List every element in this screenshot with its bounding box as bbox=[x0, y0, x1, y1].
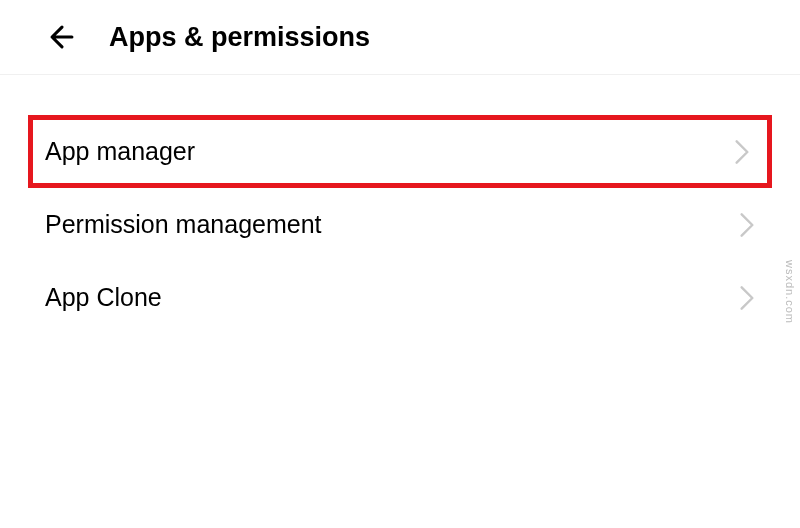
list-item-label: Permission management bbox=[45, 210, 322, 239]
list-item-app-manager[interactable]: App manager bbox=[28, 115, 772, 188]
list-item-app-clone[interactable]: App Clone bbox=[0, 261, 800, 334]
watermark: wsxdn.com bbox=[784, 260, 796, 324]
chevron-right-icon bbox=[734, 138, 750, 166]
chevron-right-icon bbox=[739, 284, 755, 312]
back-arrow-icon bbox=[45, 20, 79, 54]
page-title: Apps & permissions bbox=[109, 22, 370, 53]
list-item-permission-management[interactable]: Permission management bbox=[0, 188, 800, 261]
chevron-right-icon bbox=[739, 211, 755, 239]
list-item-label: App Clone bbox=[45, 283, 162, 312]
settings-list: App manager Permission management App Cl… bbox=[0, 75, 800, 334]
header: Apps & permissions bbox=[0, 0, 800, 75]
list-item-label: App manager bbox=[45, 137, 195, 166]
back-button[interactable] bbox=[45, 20, 79, 54]
